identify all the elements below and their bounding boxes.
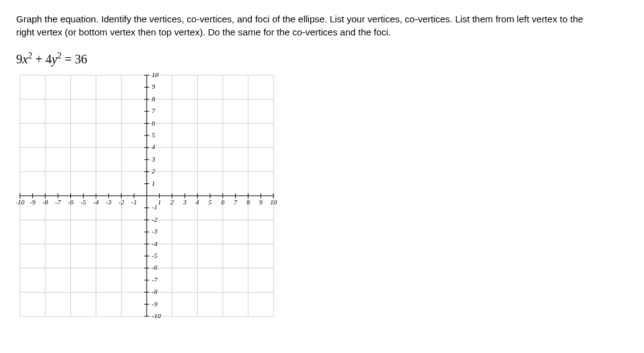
svg-text:1: 1: [158, 198, 162, 206]
svg-text:-1: -1: [152, 203, 157, 211]
question-prompt: Graph the equation. Identify the vertice…: [16, 12, 600, 39]
eq-exp2: 2: [57, 51, 62, 60]
svg-text:-9: -9: [152, 300, 158, 307]
svg-text:-10: -10: [16, 198, 25, 206]
svg-text:6: 6: [221, 198, 225, 206]
svg-text:6: 6: [152, 119, 155, 126]
svg-text:5: 5: [152, 131, 155, 139]
eq-equals: =: [62, 52, 75, 66]
svg-text:9: 9: [152, 83, 155, 90]
svg-text:-9: -9: [30, 198, 36, 206]
svg-text:-7: -7: [152, 275, 158, 283]
svg-text:8: 8: [246, 198, 250, 206]
coordinate-graph[interactable]: -10-9-8-7-6-5-4-3-2-112345678910-10-9-8-…: [16, 71, 628, 320]
svg-text:2: 2: [170, 198, 174, 206]
svg-text:4: 4: [196, 198, 200, 206]
svg-text:-2: -2: [119, 198, 125, 206]
svg-text:-1: -1: [131, 198, 137, 206]
svg-text:3: 3: [151, 155, 155, 162]
svg-text:10: 10: [152, 71, 159, 78]
svg-text:-10: -10: [152, 312, 161, 319]
svg-text:-3: -3: [106, 198, 112, 206]
eq-exp1: 2: [28, 51, 32, 60]
svg-text:-2: -2: [152, 215, 158, 222]
eq-rhs: 36: [75, 52, 87, 66]
eq-coef-b: 4: [45, 52, 52, 66]
svg-text:-5: -5: [80, 198, 86, 206]
graph-svg[interactable]: -10-9-8-7-6-5-4-3-2-112345678910-10-9-8-…: [16, 71, 277, 320]
equation: 9x2 + 4y2 = 36: [16, 51, 628, 66]
svg-text:-6: -6: [68, 198, 74, 206]
svg-text:-7: -7: [55, 198, 62, 206]
svg-text:8: 8: [152, 94, 155, 102]
eq-var2: y: [52, 52, 57, 66]
eq-var1: x: [22, 52, 28, 66]
svg-text:-8: -8: [152, 288, 158, 295]
svg-text:-3: -3: [152, 227, 158, 235]
svg-text:2: 2: [152, 167, 155, 175]
svg-text:-5: -5: [152, 252, 158, 259]
svg-text:-6: -6: [152, 264, 158, 271]
svg-text:9: 9: [259, 198, 263, 206]
svg-text:7: 7: [152, 107, 155, 114]
svg-text:7: 7: [234, 198, 237, 206]
svg-text:10: 10: [270, 198, 278, 206]
svg-text:-8: -8: [42, 198, 48, 206]
svg-text:-4: -4: [93, 198, 99, 206]
eq-coef-a: 9: [16, 52, 22, 66]
svg-text:1: 1: [152, 179, 155, 186]
svg-text:4: 4: [152, 143, 155, 150]
svg-text:3: 3: [182, 198, 186, 206]
svg-text:5: 5: [208, 198, 212, 206]
eq-plus: +: [32, 52, 45, 66]
svg-text:-4: -4: [152, 239, 158, 247]
